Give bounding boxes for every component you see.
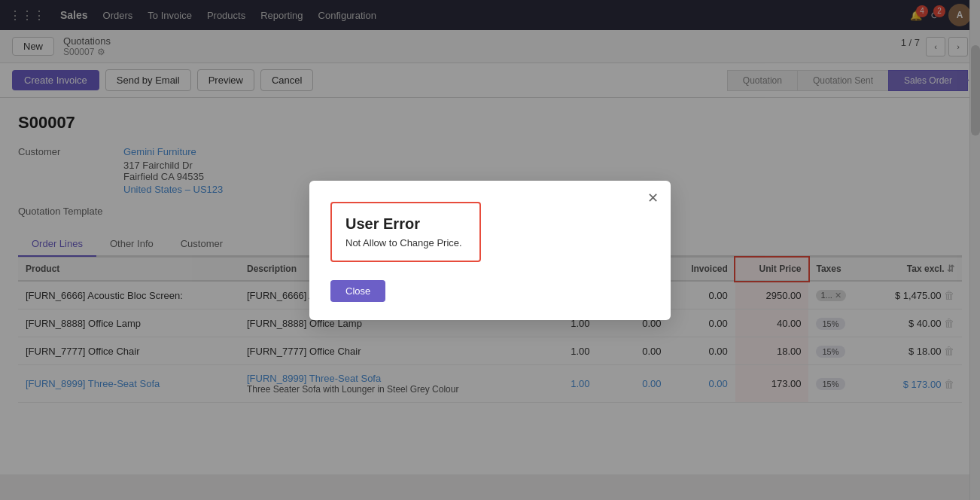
modal-overlay: ✕ User Error Not Allow to Change Price. … (0, 0, 980, 474)
modal-box: ✕ User Error Not Allow to Change Price. … (309, 181, 671, 320)
modal-error-title: User Error (345, 215, 466, 233)
modal-close-x-button[interactable]: ✕ (647, 191, 659, 205)
modal-error-box: User Error Not Allow to Change Price. (330, 202, 481, 262)
modal-close-button[interactable]: Close (330, 280, 385, 302)
modal-error-message: Not Allow to Change Price. (345, 237, 466, 248)
